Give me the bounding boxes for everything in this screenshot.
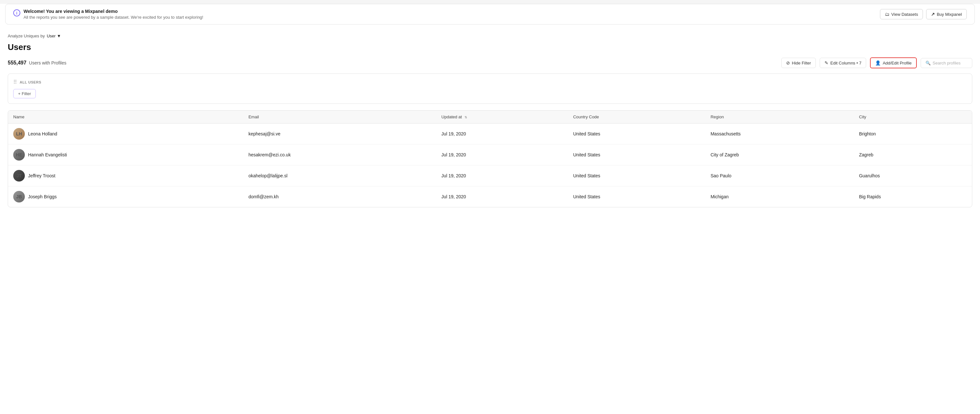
count-label: Users with Profiles (29, 60, 67, 65)
cell-country: United States (568, 144, 705, 165)
user-name: Hannah Evangelisti (28, 152, 67, 157)
table-header: Name Email Updated at ⇅ Country Code Reg… (8, 111, 972, 124)
analyze-value: User (47, 33, 56, 38)
cell-city: Zagreb (854, 144, 972, 165)
analyze-label: Analyze Uniques by (8, 33, 45, 38)
toolbar-actions: Hide Filter Edit Columns • 7 Add/Edit Pr… (781, 57, 972, 68)
cell-name: LH Leona Holland (8, 124, 243, 144)
col-email: Email (243, 111, 436, 124)
add-edit-profile-button[interactable]: Add/Edit Profile (870, 57, 917, 68)
external-link-icon (931, 12, 935, 17)
cell-country: United States (568, 124, 705, 144)
cell-region: Michigan (705, 186, 854, 207)
person-icon (875, 60, 881, 65)
cell-country: United States (568, 165, 705, 186)
cell-region: Sao Paulo (705, 165, 854, 186)
cell-email: kephesaj@si.ve (243, 124, 436, 144)
cell-region: City of Zagreb (705, 144, 854, 165)
table-body: LH Leona Holland kephesaj@si.ve Jul 19, … (8, 124, 972, 207)
user-name: Jeffrey Troost (28, 173, 56, 178)
cell-updated-at: Jul 19, 2020 (436, 144, 568, 165)
info-icon: i (13, 10, 20, 16)
cell-region: Massachusetts (705, 124, 854, 144)
table-row[interactable]: JB Joseph Briggs domfi@zem.kh Jul 19, 20… (8, 186, 972, 207)
table-header-row: Name Email Updated at ⇅ Country Code Reg… (8, 111, 972, 124)
cell-email: okahelop@lalijpe.sl (243, 165, 436, 186)
col-country-code: Country Code (568, 111, 705, 124)
banner-left: i Welcome! You are viewing a Mixpanel de… (13, 9, 203, 20)
cell-name: JT Jeffrey Troost (8, 165, 243, 186)
hide-filter-button[interactable]: Hide Filter (781, 58, 816, 68)
avatar: JB (13, 191, 25, 203)
search-profiles-input[interactable]: Search profiles (921, 58, 972, 68)
cell-email: domfi@zem.kh (243, 186, 436, 207)
cell-city: Guarulhos (854, 165, 972, 186)
banner-actions: View Datasets Buy Mixpanel (880, 9, 967, 19)
avatar: LH (13, 128, 25, 140)
add-filter-button[interactable]: + Filter (13, 89, 36, 98)
cell-email: hesakrem@ezi.co.uk (243, 144, 436, 165)
cell-updated-at: Jul 19, 2020 (436, 186, 568, 207)
user-name: Joseph Briggs (28, 194, 57, 199)
cell-city: Brighton (854, 124, 972, 144)
analyze-row: Analyze Uniques by User ▼ (8, 33, 972, 38)
analyze-dropdown[interactable]: User ▼ (47, 33, 61, 38)
table-row[interactable]: LH Leona Holland kephesaj@si.ve Jul 19, … (8, 124, 972, 144)
cell-city: Big Rapids (854, 186, 972, 207)
drag-handle-icon: ⠿ (13, 79, 17, 85)
filter-section-label: ALL USERS (20, 80, 41, 84)
users-table: Name Email Updated at ⇅ Country Code Reg… (8, 111, 972, 207)
avatar: HE (13, 149, 25, 160)
col-updated-at[interactable]: Updated at ⇅ (436, 111, 568, 124)
count-number: 555,497 (8, 60, 27, 66)
filter-icon (786, 60, 790, 65)
search-icon (926, 60, 931, 65)
buy-mixpanel-button[interactable]: Buy Mixpanel (926, 9, 967, 19)
avatar: JT (13, 170, 25, 181)
table-row[interactable]: HE Hannah Evangelisti hesakrem@ezi.co.uk… (8, 144, 972, 165)
col-city: City (854, 111, 972, 124)
cell-updated-at: Jul 19, 2020 (436, 165, 568, 186)
banner-subtitle: All the reports you see are powered by a… (24, 15, 203, 20)
cell-name: JB Joseph Briggs (8, 186, 243, 207)
users-table-container: Name Email Updated at ⇅ Country Code Reg… (8, 110, 972, 207)
table-row[interactable]: JT Jeffrey Troost okahelop@lalijpe.sl Ju… (8, 165, 972, 186)
col-region: Region (705, 111, 854, 124)
filter-section: ⠿ ALL USERS + Filter (8, 73, 972, 104)
page-title: Users (8, 42, 972, 52)
filter-header: ⠿ ALL USERS (13, 79, 967, 85)
banner-text: Welcome! You are viewing a Mixpanel demo… (24, 9, 203, 20)
edit-columns-button[interactable]: Edit Columns • 7 (820, 58, 866, 68)
main-content: Analyze Uniques by User ▼ Users 555,497 … (0, 29, 980, 213)
page-wrapper: i Welcome! You are viewing a Mixpanel de… (0, 4, 980, 414)
view-datasets-button[interactable]: View Datasets (880, 9, 923, 19)
cell-name: HE Hannah Evangelisti (8, 144, 243, 165)
chevron-down-icon: ▼ (57, 33, 61, 38)
user-name: Leona Holland (28, 131, 57, 136)
col-name: Name (8, 111, 243, 124)
banner-title: Welcome! You are viewing a Mixpanel demo (24, 9, 203, 14)
cell-country: United States (568, 186, 705, 207)
users-count: 555,497 Users with Profiles (8, 60, 67, 66)
cell-updated-at: Jul 19, 2020 (436, 124, 568, 144)
demo-banner: i Welcome! You are viewing a Mixpanel de… (5, 4, 975, 24)
toolbar: 555,497 Users with Profiles Hide Filter … (8, 57, 972, 68)
folder-icon (885, 12, 889, 17)
pencil-icon (824, 60, 828, 65)
sort-icon: ⇅ (465, 116, 467, 119)
